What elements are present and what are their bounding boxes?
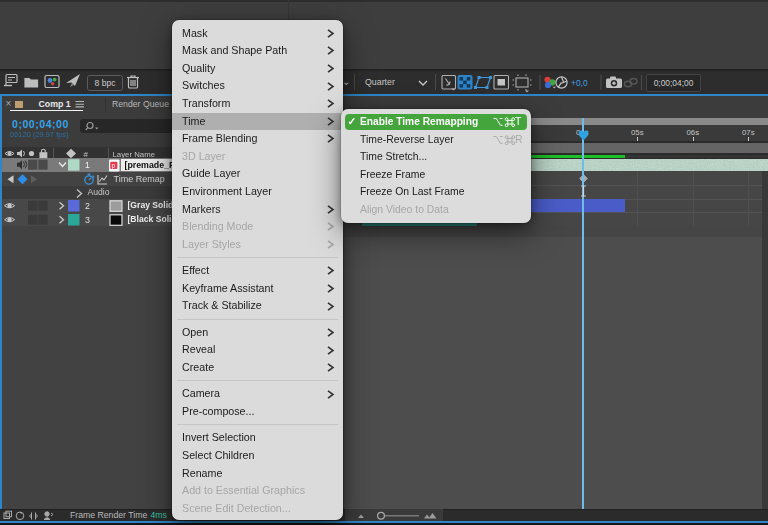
svg-text:Layer Name: Layer Name [113, 149, 155, 158]
svg-text:3: 3 [85, 215, 90, 225]
svg-text:+0,0: +0,0 [571, 78, 588, 88]
svg-text:p: p [112, 162, 116, 170]
svg-text:1: 1 [85, 160, 90, 170]
svg-text:#: # [84, 149, 89, 158]
svg-text:2: 2 [85, 201, 90, 211]
